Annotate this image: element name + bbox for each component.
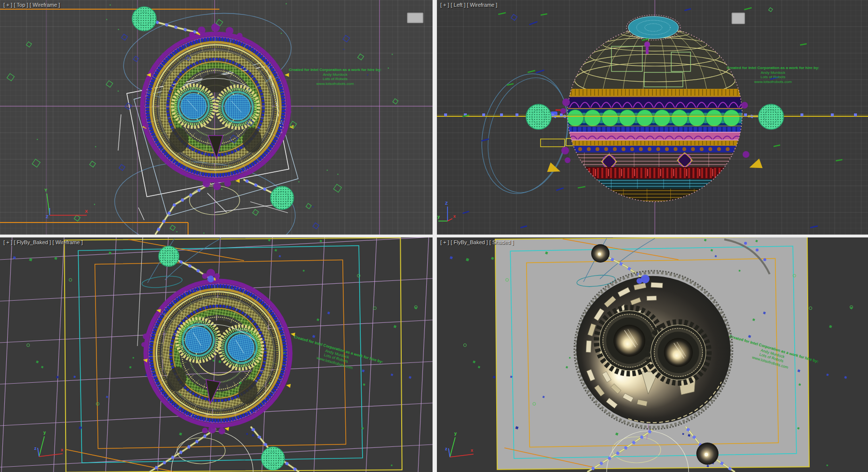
shaded-sphere-small (696, 443, 719, 465)
svg-text:Z: Z (46, 214, 49, 219)
max-viewport-area: [ + ] [ Top ] [ Wireframe ] YZX Created … (0, 0, 868, 472)
gray-box (407, 13, 423, 23)
gray-box (732, 13, 745, 24)
svg-text:y: y (43, 430, 46, 435)
viewport-left[interactable]: [ + ] [ Left ] [ Wireframe ] Zyx Created… (437, 0, 868, 235)
viewport-top[interactable]: [ + ] [ Top ] [ Wireframe ] YZX Created … (0, 0, 433, 235)
wireframe-sphere-green (159, 246, 179, 266)
wireframe-sphere-green (132, 7, 156, 31)
viewport-label-flyby-wireframe[interactable]: [ + ] [ FlyBy_Baked ] [ Wireframe ] (3, 239, 83, 245)
copyright-watermark: Created for Intel Corporation as a work … (727, 66, 819, 84)
svg-text:y: y (437, 214, 440, 219)
viewport-canvas-top: YZX (0, 0, 433, 235)
svg-text:z: z (34, 446, 37, 451)
owl-sphere-wireframe (134, 267, 307, 440)
copyright-line: Created for Intel Corporation as a work … (289, 68, 381, 72)
shaded-sphere-small (591, 244, 610, 263)
owl-sphere-wireframe (142, 31, 293, 182)
copyright-line: Lots of Robots (727, 75, 819, 80)
svg-text:z: z (445, 446, 448, 451)
viewport-label-top[interactable]: [ + ] [ Top ] [ Wireframe ] (3, 2, 60, 8)
copyright-line: Lots of Robots (289, 77, 381, 82)
axis-tripod: yzx (445, 431, 474, 457)
copyright-line: www.lotsofrobots.com (289, 82, 381, 86)
axis-tripod: YZX (44, 188, 88, 219)
viewport-canvas-flyby-wireframe: yzx (0, 237, 433, 472)
wireframe-sphere-green (759, 104, 784, 129)
viewport-canvas-left: Zyx (437, 0, 868, 235)
viewport-flyby-wireframe[interactable]: [ + ] [ FlyBy_Baked ] [ Wireframe ] yzx … (0, 237, 433, 472)
copyright-watermark: Created for Intel Corporation as a work … (289, 68, 381, 86)
svg-text:Z: Z (445, 201, 448, 206)
svg-text:x: x (61, 447, 63, 452)
viewport-label-flyby-shaded[interactable]: [ + ] [ FlyBy_Baked ] [ Shaded ] (440, 239, 514, 245)
wireframe-sphere-green (271, 186, 294, 209)
copyright-line: Andy Murdock (727, 70, 819, 75)
axis-tripod: yzx (34, 430, 63, 457)
owl-sphere-left-view (567, 15, 749, 202)
diamond-markers (511, 14, 517, 21)
viewport-flyby-shaded[interactable]: [ + ] [ FlyBy_Baked ] [ Shaded ] yzx Cre… (437, 237, 868, 472)
copyright-line: Andy Murdock (289, 72, 381, 77)
svg-text:x: x (453, 214, 456, 219)
svg-text:X: X (85, 209, 88, 214)
svg-text:x: x (471, 448, 473, 453)
svg-text:Y: Y (44, 188, 47, 193)
wireframe-sphere-green (261, 447, 285, 470)
viewport-label-left[interactable]: [ + ] [ Left ] [ Wireframe ] (440, 2, 497, 8)
viewport-splitter-horizontal[interactable] (0, 235, 868, 237)
copyright-line: Created for Intel Corporation as a work … (727, 66, 819, 70)
svg-text:y: y (454, 431, 457, 436)
copyright-line: www.lotsofrobots.com (727, 80, 819, 84)
diamond-markers (769, 8, 773, 12)
wireframe-sphere-green (526, 104, 551, 129)
